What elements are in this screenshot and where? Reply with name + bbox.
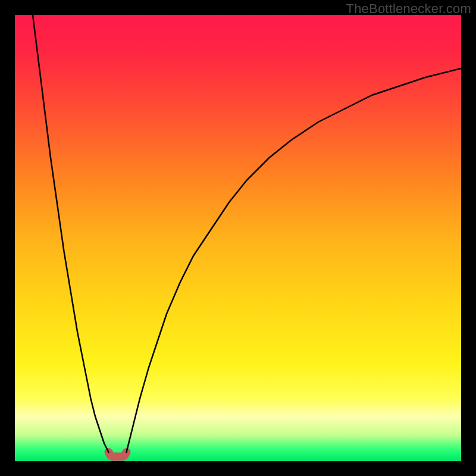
watermark-text: TheBottlenecker.com <box>346 1 471 17</box>
chart-frame <box>15 15 461 461</box>
chart-background <box>15 15 461 461</box>
minimum-marker <box>109 452 127 457</box>
chart-svg <box>15 15 461 461</box>
